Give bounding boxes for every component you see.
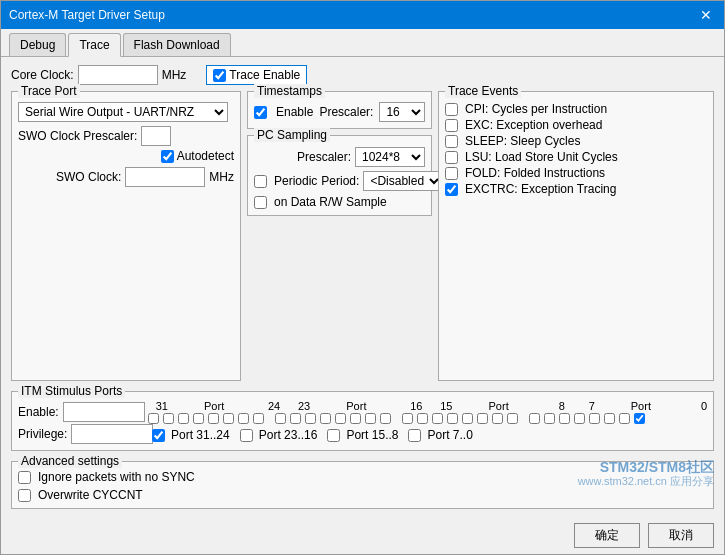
event-cpi: CPI: Cycles per Instruction <box>445 102 707 116</box>
event-cpi-checkbox[interactable] <box>445 103 458 116</box>
event-exc-checkbox[interactable] <box>445 119 458 132</box>
trace-enable-box: Trace Enable <box>206 65 307 85</box>
advanced-group-label: Advanced settings <box>18 454 122 468</box>
port-31-24-checkbox[interactable] <box>152 429 165 442</box>
port-cb-30[interactable] <box>163 413 174 424</box>
port-15-8-range: Port 15..8 <box>327 428 398 442</box>
port-cb-15[interactable] <box>402 413 413 424</box>
port-cb-19[interactable] <box>335 413 346 424</box>
trace-enable-checkbox[interactable] <box>213 69 226 82</box>
tab-flash-download[interactable]: Flash Download <box>123 33 231 56</box>
on-data-checkbox[interactable] <box>254 196 267 209</box>
port-checkboxes-row <box>148 413 707 424</box>
port-cb-1[interactable] <box>619 413 630 424</box>
on-data-row: on Data R/W Sample <box>254 195 425 209</box>
port-cb-0[interactable] <box>634 413 645 424</box>
timestamps-prescaler-select[interactable]: 16 <box>379 102 425 122</box>
port-cb-7[interactable] <box>529 413 540 424</box>
port-cb-3[interactable] <box>589 413 600 424</box>
port-31-num: 31 <box>148 400 168 412</box>
event-lsu-checkbox[interactable] <box>445 151 458 164</box>
trace-port-group: Trace Port Serial Wire Output - UART/NRZ… <box>11 91 241 381</box>
periodic-checkbox[interactable] <box>254 175 267 188</box>
port-cb-23[interactable] <box>275 413 286 424</box>
event-exc: EXC: Exception overhead <box>445 118 707 132</box>
period-select[interactable]: <Disabled> <box>363 171 443 191</box>
port-15-8-checkbox[interactable] <box>327 429 340 442</box>
cancel-button[interactable]: 取消 <box>648 523 714 548</box>
port-cb-27[interactable] <box>208 413 219 424</box>
port-cb-12[interactable] <box>447 413 458 424</box>
port-cb-13[interactable] <box>432 413 443 424</box>
tab-debug[interactable]: Debug <box>9 33 66 56</box>
port-7-num: 7 <box>575 400 595 412</box>
autodetect-checkbox[interactable] <box>161 150 174 163</box>
port-cb-17[interactable] <box>365 413 376 424</box>
port-cb-24[interactable] <box>253 413 264 424</box>
overwrite-checkbox[interactable] <box>18 489 31 502</box>
event-fold-checkbox[interactable] <box>445 167 458 180</box>
port-23-16-checkbox[interactable] <box>240 429 253 442</box>
port-cb-14[interactable] <box>417 413 428 424</box>
port-0-num: 0 <box>687 400 707 412</box>
event-exc-label: EXC: Exception overhead <box>465 118 602 132</box>
port-cb-8[interactable] <box>507 413 518 424</box>
port-cb-22[interactable] <box>290 413 301 424</box>
window-title: Cortex-M Target Driver Setup <box>9 8 165 22</box>
titlebar: Cortex-M Target Driver Setup ✕ <box>1 1 724 29</box>
port-cb-29[interactable] <box>178 413 189 424</box>
timestamps-group-label: Timestamps <box>254 84 325 98</box>
port-cb-6[interactable] <box>544 413 555 424</box>
on-data-label: on Data R/W Sample <box>274 195 387 209</box>
port-cb-10[interactable] <box>477 413 488 424</box>
overwrite-label: Overwrite CYCCNT <box>38 488 143 502</box>
itm-privilege-input[interactable]: 0x00000008 <box>71 424 153 444</box>
port-cb-21[interactable] <box>305 413 316 424</box>
port-cb-4[interactable] <box>574 413 585 424</box>
swo-clock-label: SWO Clock: <box>56 170 121 184</box>
port-cb-16[interactable] <box>380 413 391 424</box>
port-cb-2[interactable] <box>604 413 615 424</box>
event-sleep: SLEEP: Sleep Cycles <box>445 134 707 148</box>
event-sleep-checkbox[interactable] <box>445 135 458 148</box>
ok-button[interactable]: 确定 <box>574 523 640 548</box>
timestamps-enable-checkbox[interactable] <box>254 106 267 119</box>
port-cb-9[interactable] <box>492 413 503 424</box>
port-23-16-label: Port 23..16 <box>259 428 318 442</box>
period-label: Period: <box>321 174 359 188</box>
tab-trace[interactable]: Trace <box>68 33 120 57</box>
port-cb-25[interactable] <box>238 413 249 424</box>
pc-sampling-group-label: PC Sampling <box>254 128 330 142</box>
port-15-8-label: Port 15..8 <box>346 428 398 442</box>
ignore-checkbox[interactable] <box>18 471 31 484</box>
port-cb-28[interactable] <box>193 413 204 424</box>
trace-port-select[interactable]: Serial Wire Output - UART/NRZ <box>18 102 228 122</box>
periodic-row: Periodic Period: <Disabled> <box>254 171 425 191</box>
port-cb-31[interactable] <box>148 413 159 424</box>
core-clock-unit: MHz <box>162 68 187 82</box>
core-clock-row: Core Clock: 2.000000 MHz <box>11 65 186 85</box>
event-fold: FOLD: Folded Instructions <box>445 166 707 180</box>
port-cb-18[interactable] <box>350 413 361 424</box>
swo-clock-input[interactable]: 2.000000 <box>125 167 205 187</box>
port-cb-5[interactable] <box>559 413 570 424</box>
pc-prescaler-select[interactable]: 1024*8 <box>355 147 425 167</box>
content-area: Core Clock: 2.000000 MHz Trace Enable Tr… <box>1 57 724 517</box>
event-cpi-label: CPI: Cycles per Instruction <box>465 102 607 116</box>
event-exctrc-label: EXCTRC: Exception Tracing <box>465 182 616 196</box>
itm-enable-input[interactable]: 0x00000001 <box>63 402 145 422</box>
close-button[interactable]: ✕ <box>696 7 716 23</box>
pc-prescaler-label: Prescaler: <box>297 150 351 164</box>
port-cb-11[interactable] <box>462 413 473 424</box>
port-7-0-checkbox[interactable] <box>408 429 421 442</box>
port-cb-20[interactable] <box>320 413 331 424</box>
tab-bar: Debug Trace Flash Download <box>1 29 724 57</box>
port-cb-26[interactable] <box>223 413 234 424</box>
port-31-24-range: Port 31..24 <box>152 428 230 442</box>
event-exctrc-checkbox[interactable] <box>445 183 458 196</box>
port-7-0-range: Port 7..0 <box>408 428 472 442</box>
port-numbers-row: 31 Port 24 23 Port 16 15 Port 8 7 Port <box>148 400 707 412</box>
core-clock-input[interactable]: 2.000000 <box>78 65 158 85</box>
port-15-num: 15 <box>433 400 453 412</box>
swo-prescaler-input[interactable]: 1 <box>141 126 171 146</box>
